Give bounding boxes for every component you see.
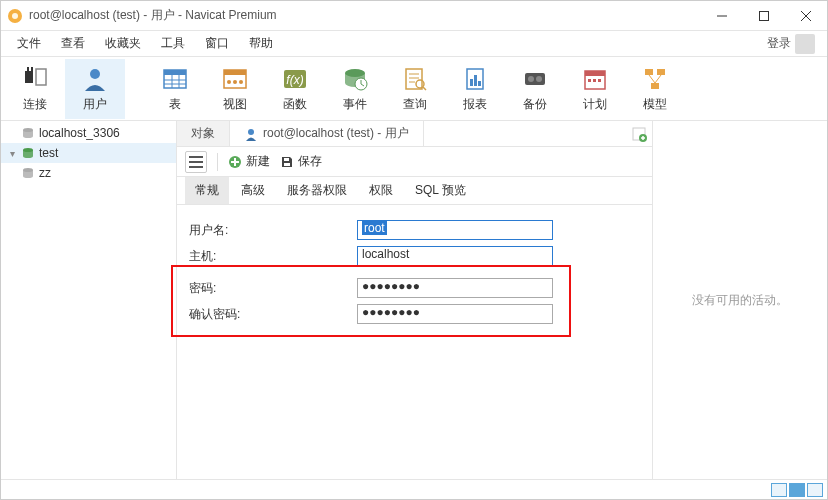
tb-label: 模型	[643, 96, 667, 113]
svg-rect-46	[645, 69, 653, 75]
tb-label: 表	[169, 96, 181, 113]
plus-icon	[228, 155, 242, 169]
menu-tools[interactable]: 工具	[151, 31, 195, 56]
tab-user-editor[interactable]: root@localhost (test) - 用户	[230, 121, 424, 146]
svg-rect-45	[598, 79, 601, 82]
svg-rect-62	[284, 158, 289, 161]
menubar: 文件 查看 收藏夹 工具 窗口 帮助 登录	[1, 31, 827, 57]
subtab-sql-preview[interactable]: SQL 预览	[405, 177, 476, 204]
save-label: 保存	[298, 153, 322, 170]
query-icon	[401, 65, 429, 93]
tb-backup[interactable]: 备份	[505, 59, 565, 119]
menu-window[interactable]: 窗口	[195, 31, 239, 56]
username-label: 用户名:	[187, 222, 357, 239]
menu-view[interactable]: 查看	[51, 31, 95, 56]
svg-rect-63	[284, 163, 290, 166]
tb-label: 查询	[403, 96, 427, 113]
svg-line-33	[423, 87, 426, 90]
subtab-general[interactable]: 常规	[185, 177, 229, 204]
divider	[217, 153, 218, 171]
backup-icon	[521, 65, 549, 93]
menu-file[interactable]: 文件	[7, 31, 51, 56]
view-mode-1[interactable]	[771, 483, 787, 497]
tb-user[interactable]: 用户	[65, 59, 125, 119]
caret-down-icon: ▾	[7, 148, 17, 159]
db-icon	[21, 166, 35, 180]
svg-rect-37	[478, 81, 481, 86]
titlebar: root@localhost (test) - 用户 - Navicat Pre…	[1, 1, 827, 31]
app-icon	[7, 8, 23, 24]
window-title: root@localhost (test) - 用户 - Navicat Pre…	[29, 7, 701, 24]
username-input[interactable]: root	[357, 220, 553, 240]
svg-rect-3	[760, 11, 769, 20]
menu-help[interactable]: 帮助	[239, 31, 283, 56]
tb-schedule[interactable]: 计划	[565, 59, 625, 119]
no-activity-text: 没有可用的活动。	[692, 292, 788, 309]
login-label: 登录	[767, 35, 791, 52]
view-mode-2[interactable]	[789, 483, 805, 497]
sidebar-item[interactable]: ▾ test	[1, 143, 176, 163]
sidebar-item[interactable]: localhost_3306	[1, 123, 176, 143]
tb-function[interactable]: f(x) 函数	[265, 59, 325, 119]
avatar-icon	[795, 34, 815, 54]
close-button[interactable]	[785, 2, 827, 30]
new-button[interactable]: 新建	[228, 153, 270, 170]
tb-view[interactable]: 视图	[205, 59, 265, 119]
svg-rect-47	[657, 69, 665, 75]
confirm-password-input[interactable]: ●●●●●●●●	[357, 304, 553, 324]
svg-rect-8	[27, 67, 29, 72]
new-label: 新建	[246, 153, 270, 170]
event-icon	[341, 65, 369, 93]
report-icon	[461, 65, 489, 93]
tb-query[interactable]: 查询	[385, 59, 445, 119]
tb-connection[interactable]: 连接	[5, 59, 65, 119]
table-icon	[161, 65, 189, 93]
plug-icon	[21, 65, 49, 93]
sidebar-item[interactable]: zz	[1, 163, 176, 183]
menu-favorites[interactable]: 收藏夹	[95, 31, 151, 56]
minimize-button[interactable]	[701, 2, 743, 30]
menu-toggle-button[interactable]	[185, 151, 207, 173]
svg-point-20	[233, 80, 237, 84]
tb-event[interactable]: 事件	[325, 59, 385, 119]
svg-rect-6	[25, 71, 33, 83]
password-label: 密码:	[187, 280, 357, 297]
svg-text:f(x): f(x)	[286, 73, 303, 87]
host-input[interactable]: localhost	[357, 246, 553, 266]
svg-line-49	[649, 75, 655, 83]
sidebar-item-label: test	[39, 146, 58, 160]
subtab-priv[interactable]: 权限	[359, 177, 403, 204]
sub-tabs: 常规 高级 服务器权限 权限 SQL 预览	[177, 177, 652, 205]
save-button[interactable]: 保存	[280, 153, 322, 170]
tb-label: 事件	[343, 96, 367, 113]
password-value: ●●●●●●●●	[362, 279, 420, 293]
login-button[interactable]: 登录	[761, 30, 821, 58]
password-input[interactable]: ●●●●●●●●	[357, 278, 553, 298]
maximize-button[interactable]	[743, 2, 785, 30]
save-icon	[280, 155, 294, 169]
svg-rect-9	[31, 67, 33, 72]
svg-rect-43	[588, 79, 591, 82]
tb-label: 用户	[83, 96, 107, 113]
svg-rect-42	[585, 71, 605, 76]
svg-rect-12	[164, 70, 186, 75]
svg-point-54	[248, 129, 254, 135]
svg-point-19	[227, 80, 231, 84]
subtab-advanced[interactable]: 高级	[231, 177, 275, 204]
tb-model[interactable]: 模型	[625, 59, 685, 119]
fx-icon: f(x)	[281, 65, 309, 93]
svg-rect-7	[36, 69, 46, 85]
view-mode-3[interactable]	[807, 483, 823, 497]
user-icon	[244, 127, 258, 141]
tb-report[interactable]: 报表	[445, 59, 505, 119]
new-tab-button[interactable]	[626, 121, 652, 146]
sidebar-item-label: zz	[39, 166, 51, 180]
activity-panel: 没有可用的活动。	[653, 121, 827, 479]
tab-objects[interactable]: 对象	[177, 121, 230, 146]
host-label: 主机:	[187, 248, 357, 265]
tab-label: root@localhost (test) - 用户	[263, 125, 409, 142]
svg-line-50	[655, 75, 661, 83]
tb-table[interactable]: 表	[145, 59, 205, 119]
subtab-server-priv[interactable]: 服务器权限	[277, 177, 357, 204]
tb-label: 视图	[223, 96, 247, 113]
